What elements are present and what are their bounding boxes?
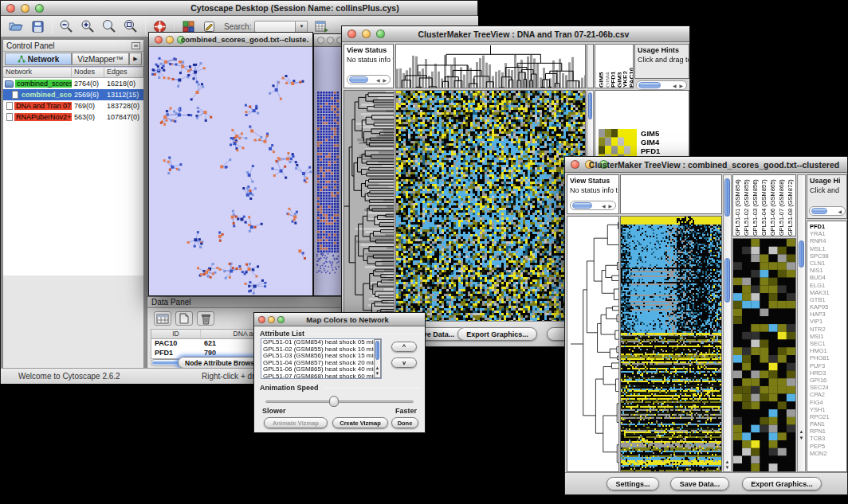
close-button[interactable] xyxy=(571,160,579,169)
zoom-fit-icon[interactable] xyxy=(122,18,139,34)
gene-label: PAN1 xyxy=(810,420,846,428)
tree-column-header[interactable]: Edges xyxy=(104,68,143,77)
tv2-column-labels-panel: GPL51-01 (GSM854)GPL51-02 (GSM855)GPL51-… xyxy=(732,174,796,236)
float-panel-icon[interactable] xyxy=(132,42,140,49)
network-tree-row[interactable]: DNA and Tran 07769(0)183728(0) xyxy=(3,100,143,111)
main-titlebar[interactable]: Cytoscape Desktop (Session Name: collins… xyxy=(1,1,477,16)
net2-titlebar[interactable] xyxy=(314,34,342,47)
column-label: GIM3 xyxy=(615,46,622,88)
close-button[interactable] xyxy=(258,316,265,323)
network-tree-row[interactable]: combined_scores2764(0)16218(0) xyxy=(3,78,143,89)
table-icon[interactable] xyxy=(154,311,171,326)
usage-hints-title: Usage Hints xyxy=(635,45,689,54)
tv1-row-dendrogram-panel xyxy=(344,90,395,322)
search-dropdown-arrow[interactable]: ▼ xyxy=(296,21,308,33)
network-canvas[interactable] xyxy=(149,47,312,295)
data-column-header[interactable]: ID xyxy=(151,330,201,338)
search-label: Search: xyxy=(224,22,251,31)
desktop: Cytoscape Desktop (Session Name: collins… xyxy=(0,0,848,504)
map-colors-dialog: Map Colors to Network Attribute List GPL… xyxy=(253,312,426,433)
node-attribute-browser-button[interactable]: Node Attribute Brows xyxy=(178,357,261,369)
zoom-out-icon[interactable] xyxy=(57,18,75,34)
network-name-cell: DNA and Tran 07 xyxy=(3,102,72,110)
gene-label: SPC98 xyxy=(810,252,846,260)
settings-button[interactable]: Settings... xyxy=(607,477,659,490)
tv1-titlebar[interactable]: ClusterMaker TreeView : DNA and Tran 07-… xyxy=(342,26,689,42)
tab-overflow-button[interactable]: ▶ xyxy=(129,53,142,65)
tab-vizmapper-label: VizMapper™ xyxy=(77,55,124,64)
column-label: GPL51-01 (GSM854) xyxy=(734,175,743,236)
tab-vizmapper[interactable]: VizMapper™ xyxy=(72,53,129,65)
save-data-button[interactable]: Save Data... xyxy=(670,477,729,490)
usage-hints-text: Click and drag tc xyxy=(635,54,689,64)
control-panel-title: Control Panel xyxy=(6,41,55,50)
search-input[interactable] xyxy=(254,21,296,33)
column-label: YKE2 xyxy=(621,46,627,88)
network-tree-table: NetworkNodesEdges combined_scores2764(0)… xyxy=(3,68,143,275)
trash-icon[interactable] xyxy=(197,311,214,326)
speed-slider-thumb[interactable] xyxy=(329,396,339,407)
move-down-button[interactable]: v xyxy=(391,357,417,368)
dialog-titlebar[interactable]: Map Colors to Network xyxy=(254,313,425,326)
minimize-button[interactable] xyxy=(166,36,174,44)
export-graphics-button[interactable]: Export Graphics... xyxy=(457,327,537,341)
animate-vizmap-button[interactable]: Animate Vizmap xyxy=(264,417,328,428)
view-status-text: No status info f xyxy=(344,54,393,64)
speed-slider-track[interactable] xyxy=(265,400,414,403)
view-status-hscrollbar[interactable]: ◀ ▶ xyxy=(347,75,391,84)
zoom-in-icon[interactable] xyxy=(79,18,96,34)
data-panel-title: Data Panel xyxy=(147,297,341,308)
heatmap[interactable] xyxy=(396,91,585,322)
network-tree-row[interactable]: combined_sco2569(6)13112(15) xyxy=(3,89,143,100)
export-graphics-button[interactable]: Export Graphics... xyxy=(742,477,822,490)
gene-label: PEP5 xyxy=(810,443,846,450)
gene-label: RNR4 xyxy=(810,237,846,244)
document-icon xyxy=(6,102,13,110)
close-button[interactable] xyxy=(347,29,356,38)
gene-label: GTB1 xyxy=(810,296,846,303)
gene-label: CLN1 xyxy=(810,260,846,267)
import-table-icon[interactable] xyxy=(312,18,330,34)
tv2-titlebar[interactable]: ClusterMaker TreeView : combined_scores_… xyxy=(565,157,847,173)
row-label: PFD1 xyxy=(641,147,665,155)
tv1-top-scroll-strip[interactable] xyxy=(587,44,594,88)
tv2-right-scrollbar[interactable]: ▲▼ xyxy=(797,174,806,472)
move-up-button[interactable]: ^ xyxy=(391,342,417,352)
gene-label: HMG1 xyxy=(810,347,846,354)
tv2-detail-heatmap-panel xyxy=(732,238,796,472)
create-vizmap-button[interactable]: Create Vizmap xyxy=(332,417,388,428)
network-nodes-count: 769(0) xyxy=(72,102,104,110)
network-tab-icon xyxy=(18,55,26,63)
network-canvas-2[interactable] xyxy=(314,47,342,295)
open-folder-icon[interactable] xyxy=(7,18,25,34)
attribute-list-scrollbar[interactable]: ▲▼ xyxy=(374,339,381,378)
gene-label: SEC1 xyxy=(810,340,846,347)
net1-titlebar[interactable]: combined_scores_good.txt--cluste... xyxy=(149,33,312,47)
new-attribute-icon[interactable] xyxy=(175,311,193,326)
detail-heatmap[interactable] xyxy=(733,239,795,471)
gene-label: BUD4 xyxy=(810,274,846,281)
row-dendrogram[interactable] xyxy=(567,217,618,471)
minimize-button[interactable] xyxy=(327,37,334,44)
tv2-vscrollbar[interactable]: ▲▼ xyxy=(723,174,732,472)
column-dendrogram[interactable] xyxy=(396,45,585,88)
close-button[interactable] xyxy=(6,4,15,13)
tree-column-header[interactable]: Network xyxy=(3,68,72,77)
tv2-usage-hscrollbar[interactable]: ◀ xyxy=(809,206,846,216)
view-status-hscrollbar[interactable]: ◀ ▶ xyxy=(570,201,616,210)
attribute-listbox[interactable]: GPL51-01 (GSM854) heat shock 05 minGPL51… xyxy=(261,338,382,379)
tv1-heatmap-panel xyxy=(395,90,586,322)
done-button[interactable]: Done xyxy=(391,417,418,428)
heatmap[interactable] xyxy=(621,217,721,471)
close-button[interactable] xyxy=(155,36,163,44)
tv2-view-status-panel: View Status No status info t ◀ ▶ xyxy=(567,174,619,214)
attribute-list-item[interactable]: GPL51-07 (GSM868) heat shock 60 min xyxy=(261,373,381,379)
tv1-usage-hscrollbar[interactable]: ◀ ▶ xyxy=(636,80,687,90)
tree-column-header[interactable]: Nodes xyxy=(72,68,104,77)
row-dendrogram[interactable] xyxy=(344,91,394,322)
network-tree-row[interactable]: RNAPuberNov2+563(0)107847(0) xyxy=(3,111,143,123)
zoom-actual-icon[interactable] xyxy=(100,18,118,34)
save-icon[interactable] xyxy=(29,18,46,34)
tab-network[interactable]: Network xyxy=(5,53,72,65)
close-button[interactable] xyxy=(317,37,324,44)
